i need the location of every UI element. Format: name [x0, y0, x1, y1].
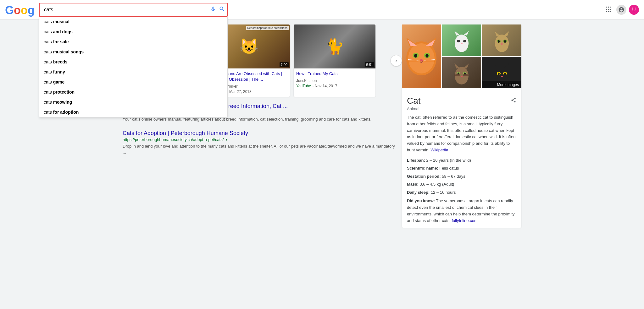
svg-point-46 — [504, 73, 506, 75]
svg-marker-49 — [504, 63, 509, 68]
video-info-2: How I Trained My Cats JunsKitchen YouTub… — [294, 68, 375, 91]
cat-image-main[interactable] — [402, 24, 441, 88]
search-bar-wrapper: cats musical cats and dogs cats for sale… — [39, 3, 228, 17]
svg-point-35 — [461, 76, 463, 77]
autocomplete-item-0[interactable]: cats musical — [39, 17, 227, 27]
cat-image-5[interactable]: More images — [482, 57, 521, 88]
video-duration-2: 5:51 — [365, 62, 374, 67]
autocomplete-dropdown: cats musical cats and dogs cats for sale… — [39, 17, 228, 117]
svg-point-19 — [461, 43, 463, 44]
video-card-2: 🐈 5:51 How I Trained My Cats JunsKitchen… — [294, 24, 375, 97]
cat-image-4[interactable] — [442, 57, 481, 88]
search-result-1: Cats for Adoption | Peterborough Humane … — [123, 130, 397, 155]
result-url-arrow-1: ▼ — [225, 138, 228, 141]
video-scroll-right-button[interactable]: › — [391, 55, 402, 66]
google-logo[interactable]: Google — [5, 3, 34, 17]
svg-point-47 — [501, 76, 503, 77]
autocomplete-item-8[interactable]: cats meowing — [39, 97, 227, 107]
video-title-2[interactable]: How I Trained My Cats — [296, 71, 373, 77]
result-title-1[interactable]: Cats for Adoption | Peterborough Humane … — [123, 130, 397, 137]
header-right: U — [603, 3, 639, 16]
svg-marker-21 — [464, 31, 469, 35]
svg-marker-28 — [495, 31, 500, 36]
fact-4: Daily sleep: 12 – 16 hours — [407, 189, 516, 196]
autocomplete-item-7[interactable]: cats protection — [39, 87, 227, 97]
did-you-know-source-link[interactable]: fullyfeline.com — [452, 218, 477, 223]
svg-text:Google: Google — [5, 4, 34, 17]
mic-icon[interactable] — [210, 6, 216, 14]
video-channel-2: JunsKitchen — [296, 79, 373, 83]
search-icons-group — [210, 6, 225, 14]
user-avatar[interactable]: U — [629, 5, 639, 15]
share-icon[interactable] — [511, 97, 516, 105]
knowledge-title: Cat — [407, 96, 421, 106]
more-images-overlay[interactable]: More images — [482, 81, 521, 88]
autocomplete-item-5[interactable]: cats funny — [39, 67, 227, 77]
video-duration-1: 7:00 — [280, 62, 289, 67]
autocomplete-item-1[interactable]: cats and dogs — [39, 27, 227, 37]
svg-point-26 — [504, 40, 506, 43]
fact-3: Mass: 3.6 – 4.5 kg (Adult) — [407, 181, 516, 187]
knowledge-body: Cat Animal The cat, often referred to as… — [402, 92, 521, 228]
cat-images-grid: More images — [402, 24, 521, 88]
svg-marker-29 — [504, 31, 509, 36]
header: Google cats musical ca — [0, 0, 644, 19]
svg-point-27 — [501, 43, 503, 45]
knowledge-description: The cat, often referred to as the domest… — [407, 114, 516, 154]
result-url-1[interactable]: https://peterboroughhumanesociety.ca/ado… — [123, 137, 397, 142]
wikipedia-link[interactable]: Wikipedia — [430, 148, 448, 152]
svg-point-45 — [498, 73, 500, 75]
knowledge-subtitle: Animal — [407, 106, 516, 111]
autocomplete-item-9[interactable]: cats for adoption — [39, 107, 227, 117]
autocomplete-item-6[interactable]: cats game — [39, 77, 227, 87]
cat-image-2[interactable] — [442, 24, 481, 56]
cat-image-3[interactable] — [482, 24, 521, 56]
svg-point-7 — [420, 59, 423, 61]
svg-point-17 — [457, 40, 460, 42]
svg-point-5 — [414, 54, 418, 57]
result-snippet-1: Drop in and lend your love and attention… — [123, 143, 397, 155]
svg-point-2 — [408, 43, 435, 73]
svg-point-6 — [426, 54, 429, 57]
apps-grid-icon[interactable] — [603, 3, 614, 16]
svg-marker-36 — [454, 63, 459, 68]
did-you-know: Did you know: The vomeronasal organ in c… — [407, 198, 516, 224]
svg-marker-48 — [495, 63, 500, 68]
fact-0: Lifespan: 2 – 16 years (In the wild) — [407, 157, 516, 164]
knowledge-card: More images Cat Animal The cat, often re… — [402, 24, 521, 228]
video-thumbnail-2[interactable]: 🐈 5:51 — [294, 24, 375, 68]
fact-1: Scientific name: Felis catus — [407, 165, 516, 171]
right-panel: More images Cat Animal The cat, often re… — [402, 24, 521, 228]
knowledge-title-row: Cat — [407, 96, 516, 106]
report-badge[interactable]: Report inappropriate predictions — [246, 26, 289, 30]
svg-marker-37 — [464, 63, 469, 68]
google-account-icon[interactable] — [616, 5, 626, 15]
autocomplete-item-2[interactable]: cats for sale — [39, 37, 227, 47]
fact-2: Gestation period: 58 – 67 days — [407, 173, 516, 180]
search-input[interactable] — [39, 3, 228, 17]
svg-point-18 — [463, 40, 466, 42]
svg-point-25 — [498, 40, 500, 43]
search-submit-icon[interactable] — [219, 6, 225, 14]
video-source-date-2: YouTube - Nov 14, 2017 — [296, 83, 373, 89]
svg-marker-20 — [454, 31, 459, 35]
autocomplete-item-3[interactable]: cats musical songs — [39, 47, 227, 57]
autocomplete-item-4[interactable]: cats breeds — [39, 57, 227, 67]
